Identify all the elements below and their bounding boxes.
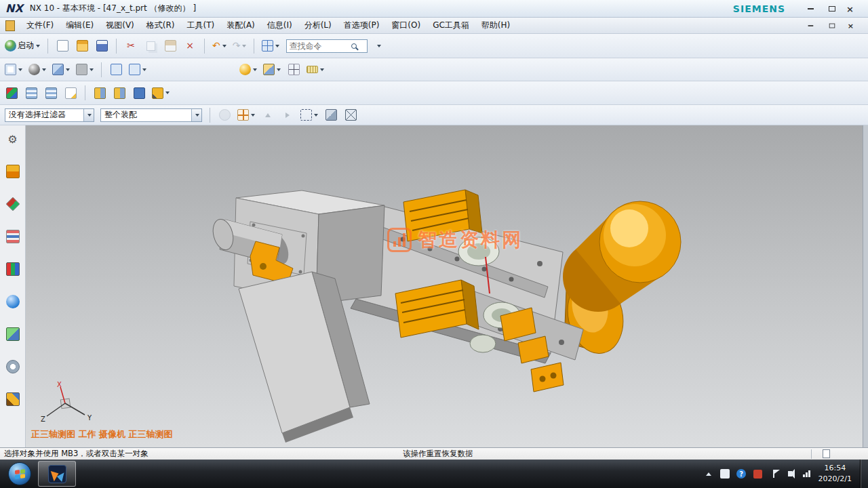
cad-model[interactable]: [26, 125, 863, 447]
selection-scope-value: 整个装配: [101, 109, 191, 121]
background-button[interactable]: [74, 61, 96, 79]
role-palette-icon[interactable]: [6, 165, 20, 178]
window-layout-button[interactable]: [260, 37, 281, 55]
rectangle-select-button[interactable]: [298, 106, 320, 124]
undo-button[interactable]: ↶: [210, 37, 229, 55]
alerts-page-icon[interactable]: [823, 449, 830, 458]
close-button[interactable]: ×: [846, 3, 861, 14]
edit-object-display-button[interactable]: [150, 84, 172, 102]
snap-point-button[interactable]: [285, 61, 302, 79]
menu-information[interactable]: 信息(I): [261, 18, 298, 33]
combo-dropdown-button[interactable]: [83, 109, 94, 121]
menu-assemblies[interactable]: 装配(A): [220, 18, 261, 33]
part-navigator-icon[interactable]: [5, 197, 20, 211]
edit-section-button[interactable]: [261, 61, 283, 79]
doc-close-button[interactable]: ×: [848, 21, 861, 30]
start-menu-button[interactable]: 启动: [3, 37, 42, 55]
open-file-button[interactable]: [73, 37, 91, 55]
menu-file[interactable]: 文件(F): [20, 18, 60, 33]
model-part-detached-cylinder[interactable]: [563, 201, 681, 312]
title-bar[interactable]: NX NX 10 - 基本环境 - [47_x_t.prt （修改的） ] SI…: [0, 0, 868, 18]
show-desktop-button[interactable]: [860, 460, 868, 488]
measure-distance-button[interactable]: [304, 61, 326, 79]
gear-glyph: ⚙: [7, 133, 17, 146]
snap-chain-button[interactable]: [216, 106, 233, 124]
constraint-navigator-icon[interactable]: [6, 230, 20, 243]
start-label: 启动: [18, 40, 34, 52]
paste-button[interactable]: [161, 37, 179, 55]
view-status-label: 正三轴测图 工作 摄像机 正三轴测图: [31, 428, 173, 441]
menu-format[interactable]: 格式(R): [140, 18, 181, 33]
system-materials-icon[interactable]: [6, 392, 20, 406]
delete-button[interactable]: ×: [181, 37, 199, 55]
reuse-library-icon[interactable]: [6, 262, 20, 276]
volume-button[interactable]: [785, 469, 795, 479]
command-search-input[interactable]: [289, 41, 351, 51]
window-resize-gutter[interactable]: [863, 125, 868, 447]
caret-down-icon: [222, 45, 226, 47]
doc-minimize-button[interactable]: [804, 21, 817, 30]
selection-scope-combo[interactable]: 整个装配: [100, 108, 202, 122]
caret-down-icon: [90, 68, 94, 71]
taskbar-nx-app[interactable]: [38, 461, 76, 487]
save-button[interactable]: [93, 37, 111, 55]
menu-gc-toolbox[interactable]: GC工具箱: [427, 18, 475, 33]
ime-indicator[interactable]: [720, 469, 730, 479]
menu-analysis[interactable]: 分析(L): [298, 18, 338, 33]
selection-filter-combo[interactable]: 没有选择过滤器: [5, 108, 94, 122]
orientation-triad[interactable]: X Z Y: [38, 381, 96, 424]
redo-button[interactable]: ↷: [231, 37, 249, 55]
add-component-button[interactable]: [91, 84, 108, 102]
menu-preferences[interactable]: 首选项(P): [338, 18, 386, 33]
start-button[interactable]: [8, 462, 31, 485]
taskbar-clock[interactable]: 16:54 2020/2/1: [818, 463, 852, 485]
select-up-button[interactable]: [259, 106, 277, 124]
combo-dropdown-button[interactable]: [191, 109, 201, 121]
network-button[interactable]: [802, 469, 812, 479]
menu-help[interactable]: 帮助(H): [475, 18, 516, 33]
menu-view[interactable]: 视图(V): [100, 18, 140, 33]
graphics-window[interactable]: 智造资料网 X Z Y 正三轴测图 工作 摄像机 正三轴测图: [26, 125, 863, 447]
doc-restore-button[interactable]: [826, 21, 839, 30]
hidden-icons-button[interactable]: [704, 469, 714, 479]
caret-down-icon: [251, 114, 255, 117]
rendering-style-button[interactable]: [50, 61, 72, 79]
delete-icon: ×: [186, 40, 194, 52]
minimize-button[interactable]: [803, 3, 818, 14]
orient-wcs-button[interactable]: [107, 61, 125, 79]
screen-layout-button[interactable]: [3, 61, 24, 79]
datum-csys-button[interactable]: [3, 84, 20, 102]
search-options-button[interactable]: [370, 37, 387, 55]
pattern-component-button[interactable]: [62, 84, 79, 102]
caret-down-icon: [320, 68, 324, 71]
true-shading-button[interactable]: [237, 61, 259, 79]
move-component-button[interactable]: [111, 84, 128, 102]
select-next-button[interactable]: [279, 106, 296, 124]
maximize-button[interactable]: [825, 3, 840, 14]
menu-edit[interactable]: 编辑(E): [60, 18, 100, 33]
cut-button[interactable]: ✂: [122, 37, 140, 55]
menu-window[interactable]: 窗口(O): [385, 18, 427, 33]
assemblies-toolbar: [0, 81, 868, 105]
shaded-select-button[interactable]: [322, 106, 340, 124]
copy-button[interactable]: [142, 37, 159, 55]
layer-visible-button[interactable]: [42, 84, 60, 102]
window-manager-icon[interactable]: [6, 327, 20, 341]
highlight-select-button[interactable]: [235, 106, 257, 124]
orient-absolute-button[interactable]: [127, 61, 149, 79]
help-icon: ?: [736, 469, 746, 479]
layer-settings-button[interactable]: [22, 84, 40, 102]
web-browser-icon[interactable]: [6, 295, 20, 308]
new-file-button[interactable]: [54, 37, 71, 55]
caret-down-icon: [275, 45, 279, 47]
orient-view-button[interactable]: [26, 61, 48, 79]
assembly-constraints-button[interactable]: [130, 84, 148, 102]
preferences-gear-icon[interactable]: ⚙: [6, 132, 20, 146]
menu-tools[interactable]: 工具(T): [181, 18, 221, 33]
help-tray-button[interactable]: ?: [736, 469, 747, 479]
action-center-button[interactable]: [769, 469, 779, 479]
minimize-icon: [808, 8, 814, 9]
wireframe-select-button[interactable]: [342, 106, 359, 124]
security-tray-button[interactable]: [753, 469, 763, 479]
history-clock-icon[interactable]: [6, 360, 20, 373]
